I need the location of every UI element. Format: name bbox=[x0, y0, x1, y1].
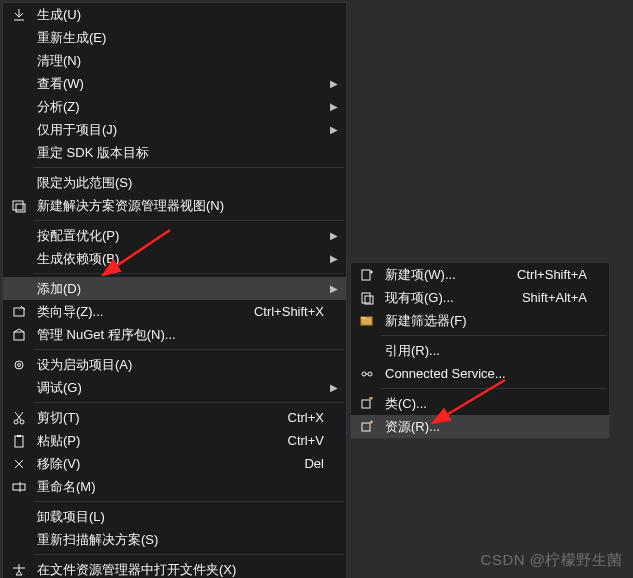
mainMenu-item-rebuild[interactable]: 重新生成(E) bbox=[3, 26, 346, 49]
mainMenu-item-new-view[interactable]: 新建解决方案资源管理器视图(N) bbox=[3, 194, 346, 217]
mainMenu-item-nuget[interactable]: 管理 NuGet 程序包(N)... bbox=[3, 323, 346, 346]
nuget-icon bbox=[7, 323, 31, 346]
explorer-icon bbox=[7, 558, 31, 578]
subMenu-item-class[interactable]: 类(C)... bbox=[351, 392, 609, 415]
menu-item-label: 清理(N) bbox=[31, 52, 324, 70]
blank bbox=[7, 376, 31, 399]
menu-item-label: 重新扫描解决方案(S) bbox=[31, 531, 324, 549]
mainMenu-item-remove[interactable]: 移除(V)Del bbox=[3, 452, 346, 475]
svg-rect-12 bbox=[362, 293, 370, 303]
mainMenu-item-cut[interactable]: 剪切(T)Ctrl+X bbox=[3, 406, 346, 429]
service-icon bbox=[355, 362, 379, 385]
mainMenu-item-unload[interactable]: 卸载项目(L) bbox=[3, 505, 346, 528]
menu-item-label: 在文件资源管理器中打开文件夹(X) bbox=[31, 561, 324, 579]
subMenu-item-new-item[interactable]: 新建项(W)...Ctrl+Shift+A bbox=[351, 263, 609, 286]
menu-separator bbox=[381, 335, 607, 336]
cut-icon bbox=[7, 406, 31, 429]
submenu-arrow-icon: ▶ bbox=[324, 101, 338, 112]
menu-item-label: 限定为此范围(S) bbox=[31, 174, 324, 192]
mainMenu-item-paste[interactable]: 粘贴(P)Ctrl+V bbox=[3, 429, 346, 452]
menu-item-label: 按配置优化(P) bbox=[31, 227, 324, 245]
menu-item-label: 现有项(G)... bbox=[379, 289, 512, 307]
rename-icon bbox=[7, 475, 31, 498]
mainMenu-item-debug[interactable]: 调试(G)▶ bbox=[3, 376, 346, 399]
menu-item-shortcut: Ctrl+Shift+A bbox=[507, 267, 587, 282]
svg-point-7 bbox=[20, 420, 24, 424]
menu-separator bbox=[33, 349, 344, 350]
newitem-icon bbox=[355, 263, 379, 286]
subMenu-item-connected[interactable]: Connected Service... bbox=[351, 362, 609, 385]
subMenu-item-resource[interactable]: 资源(R)... bbox=[351, 415, 609, 438]
menu-item-label: 添加(D) bbox=[31, 280, 324, 298]
mainMenu-item-class-wizard[interactable]: 类向导(Z)...Ctrl+Shift+X bbox=[3, 300, 346, 323]
mainMenu-item-project-only[interactable]: 仅用于项目(J)▶ bbox=[3, 118, 346, 141]
context-menu-main: 生成(U)重新生成(E)清理(N)查看(W)▶分析(Z)▶仅用于项目(J)▶重定… bbox=[2, 2, 347, 578]
svg-point-4 bbox=[15, 361, 23, 369]
wizard-icon bbox=[7, 300, 31, 323]
svg-rect-3 bbox=[14, 332, 24, 340]
menu-item-shortcut: Ctrl+X bbox=[278, 410, 324, 425]
subMenu-item-new-filter[interactable]: 新建筛选器(F) bbox=[351, 309, 609, 332]
svg-rect-1 bbox=[16, 204, 25, 212]
menu-separator bbox=[33, 167, 344, 168]
menu-separator bbox=[33, 402, 344, 403]
mainMenu-item-retarget-sdk[interactable]: 重定 SDK 版本目标 bbox=[3, 141, 346, 164]
blank bbox=[7, 247, 31, 270]
mainMenu-item-build[interactable]: 生成(U) bbox=[3, 3, 346, 26]
menu-item-label: 卸载项目(L) bbox=[31, 508, 324, 526]
submenu-arrow-icon: ▶ bbox=[324, 253, 338, 264]
menu-item-label: 剪切(T) bbox=[31, 409, 278, 427]
menu-item-label: 生成依赖项(B) bbox=[31, 250, 324, 268]
mainMenu-item-scope[interactable]: 限定为此范围(S) bbox=[3, 171, 346, 194]
filter-icon bbox=[355, 309, 379, 332]
menu-item-label: 查看(W) bbox=[31, 75, 324, 93]
mainMenu-item-build-deps[interactable]: 生成依赖项(B)▶ bbox=[3, 247, 346, 270]
svg-point-5 bbox=[18, 363, 21, 366]
menu-item-label: Connected Service... bbox=[379, 366, 587, 381]
menu-item-label: 管理 NuGet 程序包(N)... bbox=[31, 326, 324, 344]
mainMenu-item-add[interactable]: 添加(D)▶ bbox=[3, 277, 346, 300]
svg-rect-2 bbox=[14, 308, 24, 316]
menu-item-label: 调试(G) bbox=[31, 379, 324, 397]
mainMenu-item-open-explorer[interactable]: 在文件资源管理器中打开文件夹(X) bbox=[3, 558, 346, 578]
mainMenu-item-startup[interactable]: 设为启动项目(A) bbox=[3, 353, 346, 376]
menu-item-shortcut: Del bbox=[294, 456, 324, 471]
remove-icon bbox=[7, 452, 31, 475]
menu-item-shortcut: Shift+Alt+A bbox=[512, 290, 587, 305]
resource-icon bbox=[355, 415, 379, 438]
blank bbox=[7, 171, 31, 194]
subMenu-item-reference[interactable]: 引用(R)... bbox=[351, 339, 609, 362]
svg-rect-19 bbox=[362, 423, 370, 431]
class-icon bbox=[355, 392, 379, 415]
menu-item-label: 类(C)... bbox=[379, 395, 587, 413]
menu-item-label: 资源(R)... bbox=[379, 418, 587, 436]
blank bbox=[7, 118, 31, 141]
menu-item-label: 重命名(M) bbox=[31, 478, 324, 496]
paste-icon bbox=[7, 429, 31, 452]
menu-item-label: 粘贴(P) bbox=[31, 432, 278, 450]
mainMenu-item-rename[interactable]: 重命名(M) bbox=[3, 475, 346, 498]
mainMenu-item-rescan[interactable]: 重新扫描解决方案(S) bbox=[3, 528, 346, 551]
newview-icon bbox=[7, 194, 31, 217]
submenu-arrow-icon: ▶ bbox=[324, 382, 338, 393]
menu-item-shortcut: Ctrl+Shift+X bbox=[244, 304, 324, 319]
svg-rect-9 bbox=[17, 435, 21, 437]
menu-separator bbox=[33, 554, 344, 555]
menu-item-label: 类向导(Z)... bbox=[31, 303, 244, 321]
svg-rect-8 bbox=[15, 436, 23, 447]
svg-rect-15 bbox=[361, 317, 366, 319]
mainMenu-item-analyze[interactable]: 分析(Z)▶ bbox=[3, 95, 346, 118]
menu-item-label: 设为启动项目(A) bbox=[31, 356, 324, 374]
mainMenu-item-view[interactable]: 查看(W)▶ bbox=[3, 72, 346, 95]
menu-item-shortcut: Ctrl+V bbox=[278, 433, 324, 448]
svg-point-17 bbox=[368, 372, 372, 376]
subMenu-item-exist-item[interactable]: 现有项(G)...Shift+Alt+A bbox=[351, 286, 609, 309]
blank bbox=[7, 528, 31, 551]
mainMenu-item-clean[interactable]: 清理(N) bbox=[3, 49, 346, 72]
menu-item-label: 新建项(W)... bbox=[379, 266, 507, 284]
menu-item-label: 分析(Z) bbox=[31, 98, 324, 116]
mainMenu-item-pgo[interactable]: 按配置优化(P)▶ bbox=[3, 224, 346, 247]
menu-item-label: 新建解决方案资源管理器视图(N) bbox=[31, 197, 324, 215]
blank bbox=[7, 224, 31, 247]
blank bbox=[7, 95, 31, 118]
